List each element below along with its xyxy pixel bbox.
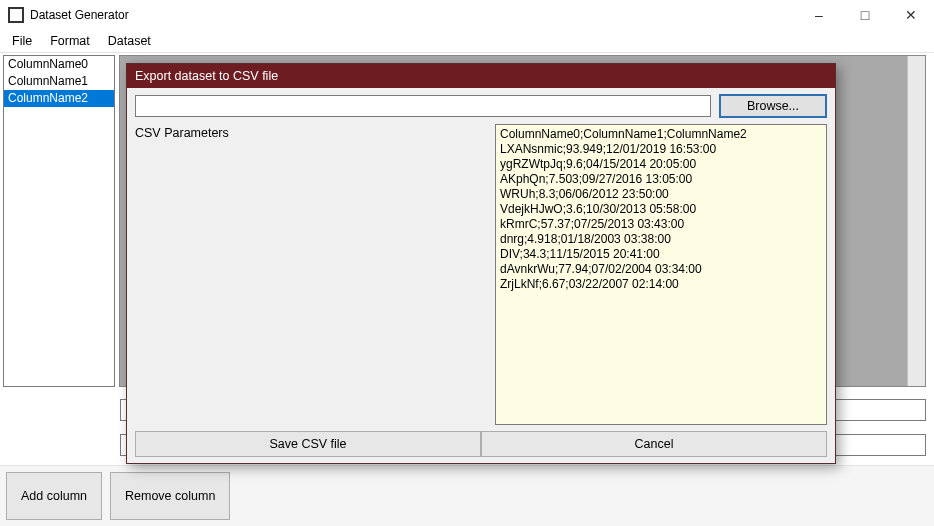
minimize-button[interactable]: – (796, 0, 842, 30)
minimize-icon: – (815, 7, 823, 23)
dialog-title: Export dataset to CSV file (127, 64, 835, 88)
app-icon (8, 7, 24, 23)
column-item[interactable]: ColumnName1 (4, 73, 114, 90)
remove-column-button[interactable]: Remove column (110, 472, 230, 520)
close-icon: ✕ (905, 7, 917, 23)
bottom-toolbar: Add column Remove column (0, 465, 934, 526)
add-column-button[interactable]: Add column (6, 472, 102, 520)
csv-preview-text[interactable]: ColumnName0;ColumnName1;ColumnName2 LXAN… (495, 124, 827, 425)
csv-parameters-label: CSV Parameters (135, 124, 485, 425)
menu-format[interactable]: Format (50, 34, 90, 48)
browse-button[interactable]: Browse... (719, 94, 827, 118)
menu-file[interactable]: File (12, 34, 32, 48)
column-item[interactable]: ColumnName0 (4, 56, 114, 73)
columns-list[interactable]: ColumnName0ColumnName1ColumnName2 (3, 55, 115, 387)
save-csv-button[interactable]: Save CSV file (135, 431, 481, 457)
menu-bar: File Format Dataset (0, 30, 934, 52)
cancel-button[interactable]: Cancel (481, 431, 827, 457)
menu-dataset[interactable]: Dataset (108, 34, 151, 48)
export-csv-dialog: Export dataset to CSV file Browse... CSV… (126, 63, 836, 464)
column-item[interactable]: ColumnName2 (4, 90, 114, 107)
close-button[interactable]: ✕ (888, 0, 934, 30)
window-title: Dataset Generator (30, 8, 129, 22)
maximize-button[interactable]: □ (842, 0, 888, 30)
title-bar: Dataset Generator – □ ✕ (0, 0, 934, 30)
maximize-icon: □ (861, 7, 869, 23)
csv-path-input[interactable] (135, 95, 711, 117)
